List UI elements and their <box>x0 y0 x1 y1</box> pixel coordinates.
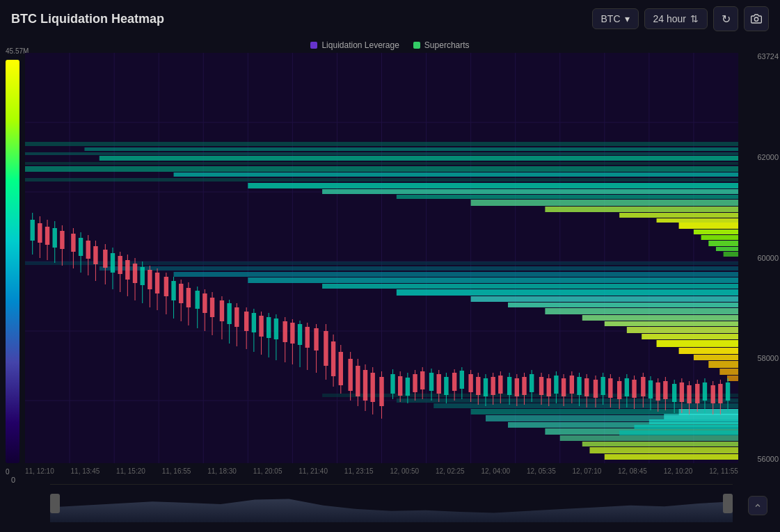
price-label-56000: 56000 <box>757 456 779 463</box>
svg-point-0 <box>754 17 758 21</box>
svg-rect-169 <box>390 374 395 394</box>
svg-rect-70 <box>582 442 738 446</box>
svg-rect-165 <box>370 373 374 402</box>
svg-rect-48 <box>397 289 738 296</box>
svg-rect-211 <box>554 376 558 394</box>
refresh-button[interactable]: ↻ <box>713 6 738 31</box>
svg-rect-187 <box>460 371 464 389</box>
svg-rect-39 <box>701 235 738 240</box>
svg-rect-151 <box>314 328 318 350</box>
time-label-3: 11, 16:55 <box>162 467 191 484</box>
camera-icon <box>751 13 762 24</box>
svg-rect-57 <box>679 348 738 354</box>
svg-rect-23 <box>84 147 738 151</box>
svg-rect-127 <box>220 300 224 321</box>
time-label-7: 11, 23:15 <box>344 467 374 484</box>
price-axis: 63724 62000 60000 58000 56000 <box>757 53 779 463</box>
svg-rect-213 <box>562 378 566 396</box>
timeframe-select[interactable]: 24 hour ⇅ <box>644 8 708 29</box>
svg-rect-99 <box>111 253 115 273</box>
svg-rect-34 <box>545 207 738 212</box>
svg-rect-29 <box>25 178 738 182</box>
time-label-2: 11, 15:20 <box>116 467 145 484</box>
asset-label: BTC <box>601 13 621 24</box>
time-label-1: 11, 13:45 <box>71 467 100 484</box>
svg-rect-121 <box>196 291 200 309</box>
screenshot-button[interactable] <box>744 6 769 31</box>
svg-rect-237 <box>655 382 660 401</box>
svg-rect-177 <box>420 371 424 389</box>
time-label-11: 12, 05:35 <box>527 467 556 484</box>
svg-rect-239 <box>663 381 667 399</box>
svg-rect-183 <box>444 377 448 395</box>
time-label-8: 12, 00:50 <box>390 467 419 484</box>
legend-dot-supercharts <box>413 42 420 49</box>
scroll-to-top-button[interactable] <box>748 496 767 515</box>
svg-rect-235 <box>648 380 653 398</box>
asset-select[interactable]: BTC ▾ <box>592 8 639 29</box>
svg-rect-54 <box>627 327 738 333</box>
svg-rect-93 <box>86 241 90 259</box>
legend-liquidation: Liquidation Leverage <box>310 40 399 50</box>
svg-rect-195 <box>491 377 495 395</box>
svg-rect-171 <box>398 376 402 396</box>
chart-legend: Liquidation Leverage Supercharts <box>0 38 780 53</box>
svg-rect-193 <box>484 378 488 396</box>
svg-rect-45 <box>174 272 738 277</box>
svg-rect-221 <box>594 380 598 398</box>
svg-rect-247 <box>695 384 699 403</box>
legend-dot-liquidation <box>310 42 317 49</box>
svg-rect-251 <box>710 385 715 403</box>
price-label-58000: 58000 <box>757 355 779 362</box>
chevron-updown-icon: ⇅ <box>690 13 699 24</box>
svg-rect-77 <box>679 409 738 415</box>
svg-rect-37 <box>679 223 738 229</box>
svg-rect-197 <box>498 376 502 394</box>
svg-rect-31 <box>322 189 738 194</box>
heatmap-canvas[interactable]: ⬡ coinglass <box>25 53 738 463</box>
svg-rect-143 <box>282 321 287 342</box>
svg-rect-159 <box>348 359 352 391</box>
chevron-down-icon: ▾ <box>625 13 630 24</box>
svg-rect-89 <box>71 234 75 252</box>
svg-rect-44 <box>100 266 738 271</box>
svg-rect-227 <box>617 381 621 399</box>
mini-chart[interactable] <box>50 484 733 522</box>
svg-rect-30 <box>248 183 738 188</box>
svg-rect-91 <box>79 238 83 256</box>
svg-rect-43 <box>25 261 738 265</box>
time-label-9: 12, 02:25 <box>436 467 465 484</box>
svg-rect-117 <box>179 284 183 303</box>
svg-rect-73 <box>619 430 738 435</box>
svg-rect-155 <box>331 341 335 376</box>
svg-rect-181 <box>437 374 441 394</box>
svg-rect-243 <box>680 382 684 402</box>
svg-rect-231 <box>632 380 636 398</box>
time-label-12: 12, 07:10 <box>573 467 602 484</box>
scroll-handle-left[interactable] <box>50 494 60 513</box>
svg-rect-123 <box>202 293 207 313</box>
svg-rect-87 <box>60 231 64 249</box>
svg-rect-27 <box>25 166 738 172</box>
time-label-13: 12, 08:45 <box>618 467 647 484</box>
svg-rect-189 <box>468 374 472 392</box>
svg-rect-229 <box>625 378 629 396</box>
svg-rect-105 <box>133 264 137 283</box>
svg-rect-135 <box>252 313 256 332</box>
svg-rect-85 <box>53 228 57 248</box>
price-label-63724: 63724 <box>757 53 779 61</box>
svg-rect-115 <box>171 281 175 300</box>
page-title: BTC Liquidation Heatmap <box>11 12 164 26</box>
svg-rect-40 <box>708 241 738 246</box>
svg-rect-72 <box>605 454 738 460</box>
svg-rect-49 <box>471 296 738 302</box>
svg-rect-74 <box>635 425 738 429</box>
svg-rect-163 <box>363 370 367 401</box>
svg-rect-207 <box>539 377 543 395</box>
svg-rect-111 <box>155 273 159 293</box>
price-label-60000: 60000 <box>757 255 779 262</box>
scroll-handle-right[interactable] <box>723 494 733 513</box>
svg-rect-167 <box>379 377 383 406</box>
svg-rect-153 <box>324 331 328 366</box>
scale-bottom-label: 0 <box>6 468 10 476</box>
